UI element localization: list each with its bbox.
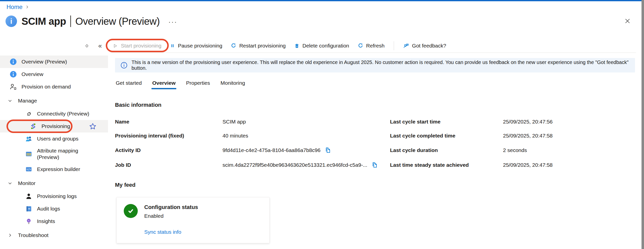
field-value: SCIM app (222, 119, 246, 125)
sidebar-item-provisioning[interactable]: Provisioning (0, 120, 108, 132)
banner-text: This is a new version of the provisionin… (132, 60, 630, 71)
people-icon (25, 135, 32, 142)
sidebar-item-overview[interactable]: Overview (0, 68, 108, 80)
sidebar-group-monitor[interactable]: Monitor (0, 177, 108, 190)
close-icon (624, 18, 631, 24)
field-label: Last cycle start time (390, 119, 503, 125)
pause-provisioning-button[interactable]: Pause provisioning (166, 41, 226, 50)
tab-monitoring[interactable]: Monitoring (220, 78, 246, 89)
toolbar-divider (394, 41, 394, 50)
pause-icon (170, 43, 175, 48)
lightbulb-icon (25, 218, 32, 225)
collapse-menu-icon[interactable]: « (98, 42, 102, 50)
person-icon (25, 192, 32, 200)
field-label: Job ID (115, 162, 222, 168)
tab-get-started[interactable]: Get started (115, 78, 142, 89)
success-check-icon (124, 204, 138, 218)
chevron-down-icon (8, 98, 12, 103)
field-value: 25/09/2025, 20:47:56 (503, 119, 553, 125)
info-banner: This is a new version of the provisionin… (115, 58, 635, 72)
expand-collapse-icon[interactable] (84, 44, 89, 48)
field-label: Last time steady state achieved (390, 162, 503, 168)
copy-icon (324, 147, 331, 154)
sidebar-item-users-and-groups[interactable]: Users and groups (0, 132, 108, 145)
copy-activity-id-button[interactable] (324, 147, 331, 154)
field-label: Name (115, 119, 222, 125)
sync-status-info-link[interactable]: Sync status info (144, 229, 198, 235)
breadcrumb: Home (6, 4, 30, 10)
blade-menu: Overview (Preview) Overview Provision on… (0, 54, 108, 249)
sidebar-item-attribute-mapping[interactable]: Attribute mapping (Preview) (0, 145, 108, 163)
title-separator (70, 16, 71, 27)
sidebar-item-audit-logs[interactable]: Audit logs (0, 202, 108, 215)
code-icon: </> (25, 166, 32, 173)
refresh-button[interactable]: Refresh (354, 41, 389, 50)
chevron-right-icon (25, 5, 30, 9)
sidebar-item-expression-builder[interactable]: </> Expression builder (0, 163, 108, 176)
table-icon (25, 150, 32, 158)
field-label: Last cycle completed time (390, 133, 503, 139)
blade-content: This is a new version of the provisionin… (115, 54, 636, 249)
vertical-scrollbar[interactable] (642, 0, 644, 249)
field-label: Activity ID (115, 147, 222, 153)
sidebar-item-connectivity[interactable]: Connectivity (Preview) (0, 108, 108, 120)
got-feedback-button[interactable]: Got feedback? (399, 41, 450, 50)
field-label: Last cycle duration (390, 147, 503, 153)
plug-icon (25, 110, 32, 118)
info-outline-icon (120, 62, 128, 69)
sidebar-item-provision-on-demand[interactable]: Provision on demand (0, 80, 108, 93)
azure-portal-blade: Home i SCIM app Overview (Preview) ··· «… (0, 0, 644, 249)
start-provisioning-button[interactable]: Start provisioning (108, 41, 166, 50)
app-name: SCIM app (22, 16, 66, 27)
favorite-star-icon[interactable] (89, 122, 96, 130)
info-icon (10, 58, 17, 66)
field-value: 2 seconds (503, 147, 527, 153)
command-bar: « Start provisioning Pause provisioning … (0, 39, 639, 52)
card-status: Enabled (144, 213, 198, 219)
refresh-icon (358, 43, 363, 48)
book-icon (25, 205, 32, 212)
field-label: Provisioning interval (fixed) (115, 133, 222, 139)
provisioning-icon (30, 122, 37, 130)
field-value: 25/09/2025, 20:47:58 (503, 133, 553, 139)
tab-overview[interactable]: Overview (152, 78, 176, 89)
breadcrumb-home-link[interactable]: Home (6, 4, 22, 10)
card-title: Configuration status (144, 204, 198, 210)
trash-icon (294, 43, 300, 48)
configuration-status-card: Configuration status Enabled Sync status… (116, 197, 270, 243)
restart-provisioning-button[interactable]: Restart provisioning (226, 41, 290, 50)
page-title: Overview (Preview) (75, 16, 160, 27)
copy-job-id-button[interactable] (371, 162, 378, 168)
portal-top-bar (0, 0, 642, 1)
person-sync-icon (10, 83, 17, 90)
my-feed-heading: My feed (115, 182, 636, 188)
sidebar-item-provisioning-logs[interactable]: Provisioning logs (0, 190, 108, 202)
sidebar-group-manage[interactable]: Manage (0, 94, 108, 107)
chevron-right-icon (8, 233, 12, 238)
svg-text:</>: </> (26, 168, 31, 171)
restart-icon (231, 43, 236, 48)
toolbar-underline (110, 52, 636, 53)
more-options-icon[interactable]: ··· (168, 17, 177, 26)
field-value: scim.4da2272f9f5e40be963463620e513321.ec… (222, 162, 367, 168)
basic-information-grid: Name SCIM app Last cycle start time 25/0… (115, 119, 636, 168)
info-icon (10, 70, 17, 78)
sidebar-item-overview-preview[interactable]: Overview (Preview) (0, 56, 108, 68)
field-value: 25/09/2025, 20:47:58 (503, 162, 553, 168)
blade-title-row: i SCIM app Overview (Preview) ··· (6, 16, 177, 27)
field-value: 40 minutes (222, 133, 248, 139)
close-blade-button[interactable] (623, 16, 632, 26)
sidebar-item-insights[interactable]: Insights (0, 215, 108, 228)
feedback-icon (403, 43, 409, 49)
basic-information-heading: Basic information (115, 102, 636, 108)
app-info-icon: i (6, 16, 17, 27)
play-icon (112, 43, 118, 48)
delete-configuration-button[interactable]: Delete configuration (290, 41, 354, 50)
sidebar-group-troubleshoot[interactable]: Troubleshoot (0, 229, 108, 242)
tab-properties[interactable]: Properties (185, 78, 211, 89)
copy-icon (371, 162, 378, 168)
chevron-down-icon (8, 181, 12, 186)
field-value: 9fd4d11e-c4e2-475a-8104-6aa86a7b8c96 (222, 147, 320, 153)
tab-bar: Get started Overview Properties Monitori… (115, 78, 636, 89)
